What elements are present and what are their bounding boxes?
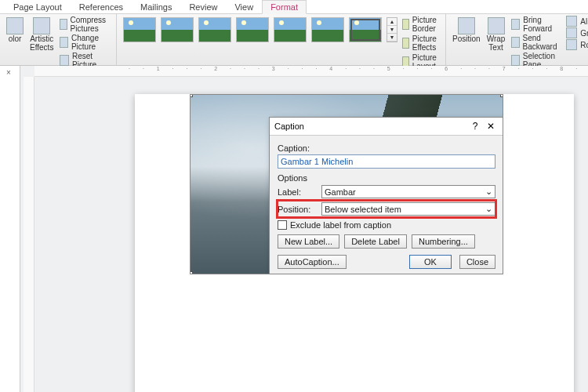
position-row-highlight: Position: Below selected item ⌄ bbox=[278, 201, 495, 217]
style-thumb[interactable] bbox=[198, 17, 231, 42]
send-backward-button[interactable]: Send Backward bbox=[510, 34, 561, 51]
position-field-label: Position: bbox=[278, 205, 321, 214]
navigation-pane: × bbox=[0, 66, 20, 392]
document-page[interactable]: Caption ? ✕ Caption: Gambar 1 Michelin O… bbox=[135, 94, 574, 392]
help-icon[interactable]: ? bbox=[467, 121, 483, 132]
numbering-button[interactable]: Numbering... bbox=[412, 234, 475, 249]
tab-review[interactable]: Review bbox=[180, 0, 226, 13]
artistic-effects-icon bbox=[33, 17, 50, 34]
autocaption-button[interactable]: AutoCaption... bbox=[278, 255, 347, 269]
wrap-text-button[interactable]: Wrap Text bbox=[485, 16, 507, 52]
ribbon: olor Artistic Effects Compress Pictures … bbox=[0, 14, 588, 66]
change-picture-button[interactable]: Change Picture bbox=[58, 34, 111, 51]
tab-page-layout[interactable]: Page Layout bbox=[5, 0, 71, 13]
resize-handle[interactable] bbox=[190, 94, 193, 97]
selection-pane-icon bbox=[511, 55, 519, 66]
ruler-horizontal: · · 1 · · · 2 · · · 3 · · · 4 · · · 5 · … bbox=[34, 66, 588, 77]
style-thumb[interactable] bbox=[236, 17, 269, 42]
group-arrange: Position Wrap Text Bring Forward Send Ba… bbox=[446, 14, 588, 65]
delete-label-button[interactable]: Delete Label bbox=[344, 234, 407, 249]
border-icon bbox=[402, 19, 409, 30]
group-adjust: olor Artistic Effects Compress Pictures … bbox=[0, 14, 117, 65]
checkbox-icon bbox=[278, 220, 287, 230]
align-icon bbox=[566, 16, 577, 27]
style-thumb[interactable] bbox=[123, 17, 156, 42]
tab-format[interactable]: Format bbox=[262, 0, 307, 14]
resize-handle[interactable] bbox=[500, 94, 503, 97]
chevron-down-icon: ⌄ bbox=[485, 187, 492, 197]
position-button[interactable]: Position bbox=[451, 16, 482, 43]
options-label: Options bbox=[278, 173, 495, 183]
workspace: × · · 1 · · · 2 · · · 3 · · · 4 · · · 5 … bbox=[0, 66, 588, 392]
send-backward-icon bbox=[511, 37, 519, 48]
change-picture-icon bbox=[60, 37, 68, 48]
artistic-effects-button[interactable]: Artistic Effects bbox=[28, 16, 55, 52]
picture-styles-gallery[interactable]: ▴▾▾ bbox=[122, 16, 399, 42]
group-icon bbox=[566, 27, 577, 38]
close-button[interactable]: Close bbox=[459, 255, 495, 269]
style-thumb[interactable] bbox=[274, 17, 307, 42]
rotate-button[interactable]: Rotate bbox=[564, 39, 588, 50]
gallery-scroll[interactable]: ▴▾▾ bbox=[387, 17, 397, 42]
chevron-down-icon: ⌄ bbox=[485, 204, 492, 214]
align-button[interactable]: Align bbox=[564, 16, 588, 27]
tab-references[interactable]: References bbox=[71, 0, 132, 13]
picture-effects-button[interactable]: Picture Effects bbox=[402, 34, 441, 52]
group-button[interactable]: Group bbox=[564, 27, 588, 38]
style-thumb-selected[interactable] bbox=[349, 17, 382, 42]
caption-dialog: Caption ? ✕ Caption: Gambar 1 Michelin O… bbox=[269, 117, 503, 274]
ok-button[interactable]: OK bbox=[409, 255, 452, 269]
position-icon bbox=[458, 17, 475, 34]
caption-input[interactable]: Gambar 1 Michelin bbox=[278, 154, 495, 169]
label-field-label: Label: bbox=[278, 187, 321, 197]
effects-icon bbox=[402, 38, 409, 49]
ruler-vertical bbox=[24, 77, 34, 392]
compress-icon bbox=[60, 19, 67, 30]
label-select[interactable]: Gambar ⌄ bbox=[321, 185, 495, 198]
dialog-title: Caption bbox=[274, 122, 467, 131]
new-label-button[interactable]: New Label... bbox=[278, 234, 339, 249]
wrap-text-icon bbox=[488, 17, 505, 34]
nav-close-icon[interactable]: × bbox=[0, 66, 20, 77]
exclude-label-checkbox[interactable]: Exclude label from caption bbox=[278, 220, 495, 230]
caption-field-label: Caption: bbox=[278, 143, 495, 153]
color-button[interactable]: olor bbox=[5, 16, 25, 43]
close-icon[interactable]: ✕ bbox=[483, 121, 499, 132]
picture-border-button[interactable]: Picture Border bbox=[402, 16, 441, 33]
style-thumb[interactable] bbox=[311, 17, 344, 42]
position-select[interactable]: Below selected item ⌄ bbox=[321, 202, 495, 216]
dialog-titlebar[interactable]: Caption ? ✕ bbox=[270, 118, 503, 136]
ribbon-tabs: Page Layout References Mailings Review V… bbox=[0, 0, 588, 14]
tab-view[interactable]: View bbox=[226, 0, 262, 13]
bring-forward-icon bbox=[511, 19, 520, 30]
rotate-icon bbox=[566, 39, 577, 50]
inserted-image[interactable]: Caption ? ✕ Caption: Gambar 1 Michelin O… bbox=[190, 94, 503, 274]
bring-forward-button[interactable]: Bring Forward bbox=[510, 16, 561, 33]
color-icon bbox=[6, 17, 24, 34]
style-thumb[interactable] bbox=[161, 17, 194, 42]
compress-pictures-button[interactable]: Compress Pictures bbox=[58, 16, 111, 33]
reset-picture-icon bbox=[60, 55, 69, 66]
resize-handle[interactable] bbox=[190, 271, 193, 274]
tab-mailings[interactable]: Mailings bbox=[132, 0, 180, 13]
group-picture-styles: ▴▾▾ Picture Border Picture Effects Pictu… bbox=[117, 14, 446, 65]
